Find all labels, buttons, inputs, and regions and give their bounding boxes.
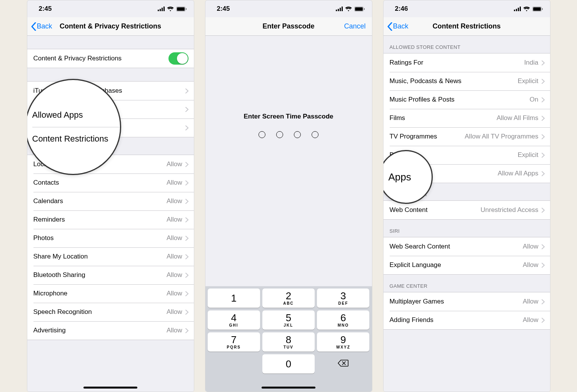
privacy-row[interactable]: Bluetooth SharingAllow — [27, 266, 194, 284]
gamecenter-row[interactable]: Multiplayer GamesAllow — [384, 292, 550, 311]
privacy-row[interactable]: RemindersAllow — [27, 210, 194, 229]
home-indicator[interactable] — [83, 387, 137, 389]
key-1[interactable]: 1 — [208, 289, 260, 308]
row-value: Allow — [167, 308, 182, 316]
store-row[interactable]: Music, Podcasts & NewsExplicit — [384, 72, 550, 90]
svg-rect-8 — [338, 9, 339, 11]
row-value: Allow All TV Programmes — [465, 133, 538, 140]
key-6[interactable]: 6MNO — [317, 310, 369, 330]
row-value: Explicit — [518, 77, 539, 85]
store-row[interactable]: TV ProgrammesAllow All TV Programmes — [384, 127, 550, 146]
row-label: Web Content — [390, 206, 481, 214]
svg-rect-9 — [340, 8, 341, 11]
back-label: Back — [37, 22, 52, 30]
siri-row[interactable]: Explicit LanguageAllow — [384, 256, 550, 274]
row-value: Allow — [167, 327, 182, 334]
status-time: 2:46 — [395, 5, 408, 13]
chevron-right-icon — [542, 153, 545, 158]
key-2[interactable]: 2ABC — [262, 289, 315, 308]
privacy-row[interactable]: PhotosAllow — [27, 229, 194, 247]
svg-rect-1 — [160, 9, 161, 11]
key-digit: 0 — [286, 359, 291, 369]
key-0[interactable]: 0 — [262, 354, 315, 374]
row-label: Contacts — [33, 179, 167, 187]
row-value: Allow — [523, 316, 539, 324]
siri-row[interactable]: Web Search ContentAllow — [384, 237, 550, 256]
privacy-row[interactable]: Share My LocationAllow — [27, 247, 194, 266]
key-letters: DEF — [338, 301, 348, 305]
cellular-signal-icon — [158, 7, 165, 11]
row-value: Allow — [167, 290, 182, 297]
privacy-row[interactable]: CalendarsAllow — [27, 192, 194, 210]
chevron-right-icon — [542, 116, 545, 121]
row-label: Adding Friends — [390, 316, 523, 324]
svg-rect-5 — [177, 7, 185, 11]
row-label: Microphone — [33, 290, 167, 297]
key-3[interactable]: 3DEF — [317, 289, 369, 308]
key-letters: TUV — [283, 345, 294, 349]
svg-rect-20 — [542, 8, 543, 10]
row-label: Bluetooth Sharing — [33, 271, 167, 279]
chevron-right-icon — [185, 310, 188, 315]
key-5[interactable]: 5JKL — [262, 310, 315, 330]
store-row[interactable]: Music Profiles & PostsOn — [384, 90, 550, 109]
store-row[interactable]: Ratings ForIndia — [384, 53, 550, 72]
chevron-right-icon — [185, 88, 188, 93]
chevron-right-icon — [542, 79, 545, 84]
chevron-right-icon — [542, 60, 545, 65]
svg-rect-16 — [518, 8, 519, 11]
back-button[interactable]: Back — [31, 22, 52, 31]
key-7[interactable]: 7PQRS — [208, 332, 260, 352]
chevron-right-icon — [542, 171, 545, 176]
back-button[interactable]: Back — [387, 22, 409, 31]
gamecenter-row[interactable]: Adding FriendsAllow — [384, 311, 550, 329]
row-value: On — [530, 96, 539, 103]
section-header-siri: SIRI — [384, 220, 550, 237]
chevron-right-icon — [185, 328, 188, 333]
privacy-row[interactable]: ContactsAllow — [27, 173, 194, 192]
key-8[interactable]: 8TUV — [262, 332, 315, 352]
row-label: Content & Privacy Restrictions — [33, 55, 168, 62]
passcode-dot — [258, 131, 265, 138]
chevron-right-icon — [542, 97, 545, 102]
store-row[interactable]: FilmsAllow All Films — [384, 109, 550, 127]
row-label: Ratings For — [390, 59, 524, 67]
row-label: Music Profiles & Posts — [390, 96, 530, 103]
privacy-row[interactable]: Speech RecognitionAllow — [27, 303, 194, 321]
key-digit: 6 — [340, 313, 346, 323]
settings-content[interactable]: ALLOWED STORE CONTENT Ratings ForIndiaMu… — [384, 36, 550, 392]
row-label: TV Programmes — [390, 133, 465, 140]
key-letters: GHI — [229, 323, 238, 327]
key-digit: 2 — [286, 291, 291, 301]
privacy-row[interactable]: MicrophoneAllow — [27, 284, 194, 303]
row-value: Allow All Films — [497, 114, 539, 122]
privacy-row[interactable]: AdvertisingAllow — [27, 321, 194, 340]
screen-content-restrictions: 2:46 Back Content Restrictions ALLOWED S… — [383, 0, 550, 392]
battery-icon — [176, 7, 187, 12]
key-delete[interactable] — [317, 354, 369, 374]
battery-icon — [354, 7, 365, 12]
row-value: Allow — [167, 197, 182, 205]
row-label: Reminders — [33, 216, 167, 224]
chevron-right-icon — [185, 125, 188, 130]
key-letters: ABC — [283, 301, 294, 305]
svg-rect-10 — [342, 7, 343, 11]
key-letters: PQRS — [227, 345, 240, 349]
cancel-button[interactable]: Cancel — [344, 22, 368, 30]
row-value: Unrestricted Access — [480, 206, 538, 214]
key-digit: 1 — [231, 293, 236, 303]
svg-rect-3 — [163, 7, 165, 11]
toggle-row-content-privacy[interactable]: Content & Privacy Restrictions — [27, 49, 194, 68]
section-header-gamecenter: GAME CENTER — [384, 275, 550, 292]
svg-rect-0 — [158, 10, 159, 11]
key-letters: WXYZ — [336, 345, 350, 349]
toggle-switch[interactable] — [168, 52, 188, 65]
home-indicator[interactable] — [262, 387, 315, 389]
key-9[interactable]: 9WXYZ — [317, 332, 369, 352]
wifi-icon — [167, 7, 174, 12]
key-4[interactable]: 4GHI — [208, 310, 260, 330]
passcode-body: Enter Screen Time Passcode 1 2ABC 3DEF 4… — [205, 36, 372, 392]
svg-rect-13 — [364, 8, 365, 10]
back-label: Back — [393, 22, 409, 30]
row-value: Allow — [167, 234, 182, 242]
